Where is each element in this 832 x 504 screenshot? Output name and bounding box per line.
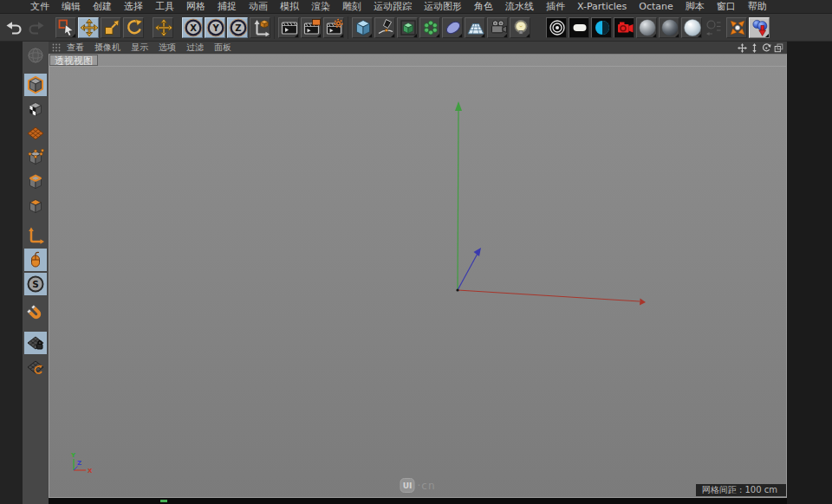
vp-menu-filter[interactable]: 过滤 xyxy=(181,42,209,54)
menu-bar: 文件 编辑 创建 选择 工具 网格 捕捉 动画 模拟 渲染 雕刻 运动跟踪 运动… xyxy=(0,0,832,14)
menu-motion-tracker[interactable]: 运动跟踪 xyxy=(367,0,418,14)
vp-menu-view[interactable]: 查看 xyxy=(62,42,89,54)
menu-xparticles[interactable]: X-Particles xyxy=(571,0,633,14)
rotate-tool-button[interactable] xyxy=(123,17,144,38)
menu-sculpt[interactable]: 雕刻 xyxy=(336,0,367,14)
main-area: S xyxy=(0,42,832,504)
cube-primitive-button[interactable] xyxy=(352,17,373,38)
maximize-view-icon[interactable] xyxy=(774,43,783,53)
enable-axis-button[interactable] xyxy=(24,224,47,247)
lock-workplane-button[interactable] xyxy=(24,332,47,354)
axis-lock-z-button[interactable]: Z xyxy=(227,17,248,38)
subdivision-surface-icon xyxy=(398,17,417,38)
workplane-interaction-button[interactable] xyxy=(24,356,47,378)
material-diffuse-button[interactable] xyxy=(636,17,657,38)
magnet-button[interactable] xyxy=(24,302,47,325)
workplane-mode-button[interactable] xyxy=(24,122,47,145)
menu-snap[interactable]: 捕捉 xyxy=(211,0,243,14)
menu-tools[interactable]: 工具 xyxy=(149,0,180,14)
axis-lock-y-button[interactable]: Y xyxy=(205,17,225,38)
spline-pen-button[interactable] xyxy=(374,17,395,38)
octane-live-viewer-icon xyxy=(547,17,566,38)
viewport-tweak-button[interactable] xyxy=(24,249,47,271)
material-glossy-button[interactable] xyxy=(659,17,679,38)
timeline-marker[interactable] xyxy=(160,500,167,502)
material-sphere-diffuse-icon xyxy=(637,17,656,38)
viewport-canvas[interactable]: 透视视图 Y Z X xyxy=(49,54,787,498)
last-tool-button[interactable] xyxy=(153,17,173,38)
cloner-button[interactable] xyxy=(419,17,440,38)
svg-text:Y: Y xyxy=(70,452,76,459)
cinema4d-window: 文件 编辑 创建 选择 工具 网格 捕捉 动画 模拟 渲染 雕刻 运动跟踪 运动… xyxy=(0,0,832,504)
viewport-grid-icon[interactable] xyxy=(51,42,62,53)
menu-create[interactable]: 创建 xyxy=(87,0,118,14)
live-selection-button[interactable] xyxy=(55,17,76,38)
coordinate-system-button[interactable] xyxy=(250,17,270,38)
floor-icon xyxy=(465,17,484,38)
octane-area-light-icon xyxy=(569,17,588,38)
axis-lock-x-button[interactable]: X xyxy=(182,17,203,38)
menu-select[interactable]: 选择 xyxy=(118,0,149,14)
vp-menu-options[interactable]: 选项 xyxy=(153,42,181,54)
camera-button[interactable] xyxy=(487,17,508,38)
render-view-button[interactable] xyxy=(278,17,299,38)
watermark-suffix: ·cn xyxy=(417,480,435,492)
render-settings-button[interactable] xyxy=(323,17,344,38)
model-mode-icon xyxy=(25,74,46,95)
mode-palette: S xyxy=(23,42,49,504)
redo-icon xyxy=(26,17,47,38)
floor-button[interactable] xyxy=(465,17,485,38)
menu-file[interactable]: 文件 xyxy=(24,0,55,14)
enable-snap-button[interactable]: S xyxy=(24,273,47,295)
octane-live-viewer-button[interactable] xyxy=(546,17,567,38)
points-mode-button[interactable] xyxy=(24,146,47,169)
menu-script[interactable]: 脚本 xyxy=(679,0,711,14)
octane-materials-button[interactable] xyxy=(591,17,612,38)
deformer-button[interactable] xyxy=(442,17,463,38)
plugin-spheres-drop-icon xyxy=(750,17,769,38)
timeline-strip[interactable] xyxy=(49,498,787,504)
model-mode-button[interactable] xyxy=(24,74,47,96)
menu-mesh[interactable]: 网格 xyxy=(180,0,211,14)
menu-help[interactable]: 帮助 xyxy=(742,0,773,14)
rotate-view-icon[interactable] xyxy=(762,43,771,53)
pan-icon[interactable] xyxy=(738,43,747,53)
material-specular-button[interactable] xyxy=(681,17,702,38)
menu-render[interactable]: 渲染 xyxy=(305,0,336,14)
vp-menu-cameras[interactable]: 摄像机 xyxy=(89,42,126,54)
move-icon xyxy=(79,17,98,38)
menu-pipeline[interactable]: 流水线 xyxy=(499,0,540,14)
move-tool-button[interactable] xyxy=(78,17,99,38)
axis-center-button[interactable] xyxy=(726,17,747,38)
undo-button[interactable] xyxy=(3,16,25,39)
menu-simulate[interactable]: 模拟 xyxy=(274,0,305,14)
vp-menu-panel[interactable]: 面板 xyxy=(209,42,237,54)
subdivision-surface-button[interactable] xyxy=(397,17,418,38)
octane-camera-button[interactable] xyxy=(614,17,634,38)
menu-character[interactable]: 角色 xyxy=(468,0,499,14)
cube-icon xyxy=(353,17,372,38)
scale-tool-button[interactable] xyxy=(101,17,121,38)
menu-octane[interactable]: Octane xyxy=(633,0,679,14)
edges-mode-button[interactable] xyxy=(24,171,47,193)
render-picture-viewer-button[interactable] xyxy=(301,17,322,38)
light-button[interactable] xyxy=(510,17,530,38)
octane-objects-button[interactable] xyxy=(569,17,589,38)
grid-spacing-badge: 网格间距 : 100 cm xyxy=(696,484,786,496)
menu-animate[interactable]: 动画 xyxy=(243,0,274,14)
zoom-icon[interactable] xyxy=(750,43,759,53)
menu-mograph[interactable]: 运动图形 xyxy=(418,0,468,14)
polygons-mode-button[interactable] xyxy=(24,195,47,217)
vp-menu-display[interactable]: 显示 xyxy=(126,42,153,54)
axis-legend: Y Z X xyxy=(68,451,93,475)
texture-mode-button[interactable] xyxy=(24,98,47,120)
coordinate-system-icon xyxy=(250,17,270,38)
viewport-controls xyxy=(738,43,783,53)
redo-button[interactable] xyxy=(25,16,48,39)
octane-camera-icon xyxy=(614,17,634,38)
make-editable-button xyxy=(24,44,47,67)
plugin-drop-button[interactable] xyxy=(749,17,770,38)
menu-plugins[interactable]: 插件 xyxy=(540,0,571,14)
menu-window[interactable]: 窗口 xyxy=(711,0,742,14)
menu-edit[interactable]: 编辑 xyxy=(55,0,87,14)
